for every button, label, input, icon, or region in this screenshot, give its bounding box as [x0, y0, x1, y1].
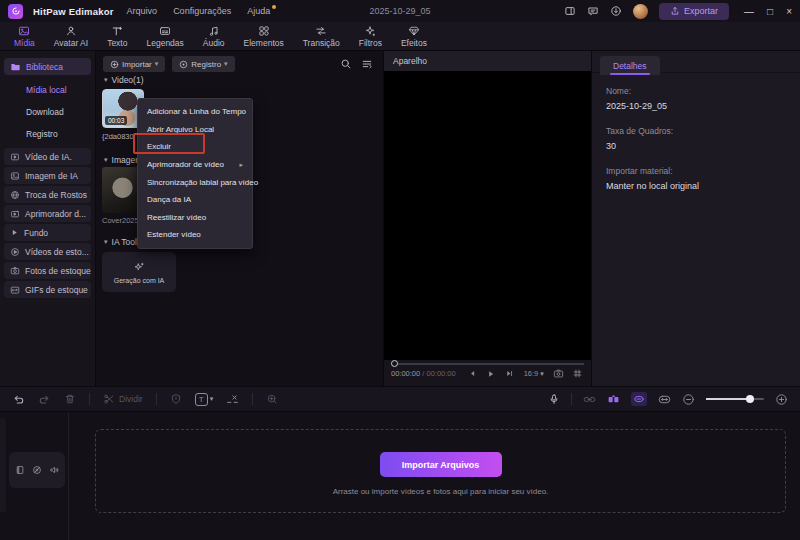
ai-video-icon [10, 152, 20, 162]
registro-button[interactable]: Registro ▾ [172, 56, 234, 72]
tab-filtros-label: Filtros [359, 38, 382, 48]
tab-avatar-ai[interactable]: Avatar AI [46, 24, 96, 49]
tab-midia[interactable]: Mídia [6, 24, 43, 49]
tab-texto[interactable]: Texto [99, 24, 135, 49]
sidebar-item-fotos-estoque[interactable]: Fotos de estoque [4, 262, 91, 279]
plus-circle-icon [110, 60, 119, 69]
sidebar-item-biblioteca[interactable]: Biblioteca [4, 58, 91, 75]
timeline-zoom-slider[interactable] [706, 398, 764, 400]
search-icon[interactable] [340, 58, 352, 70]
sort-list-icon[interactable] [361, 58, 373, 70]
section-ia-header[interactable]: ▾ IA Tool [104, 237, 137, 247]
minimize-button[interactable]: — [744, 6, 754, 17]
link-clips-icon[interactable] [583, 393, 596, 406]
sidebar-item-fundo[interactable]: Fundo [4, 224, 91, 241]
field-importar-label: Importar material: [606, 166, 786, 176]
layout-panels-icon[interactable] [564, 5, 576, 17]
video-enhancer-icon [10, 209, 20, 219]
tab-elementos[interactable]: Elementos [236, 24, 292, 49]
menu-item-reestilizar-video[interactable]: Reestilizar vídeo [138, 209, 252, 227]
prev-frame-button[interactable] [468, 369, 477, 378]
mask-shield-icon[interactable] [170, 393, 182, 405]
download-icon[interactable] [610, 5, 622, 17]
preview-panel: Aparelho 00:00:00 / 00:00:00 16:9 ▾ [383, 51, 591, 386]
feedback-icon[interactable] [587, 5, 599, 17]
export-button[interactable]: Exportar [659, 3, 729, 20]
stock-photo-icon [10, 266, 20, 276]
tab-detalhes[interactable]: Detalhes [600, 56, 660, 75]
audio-icon [208, 25, 220, 37]
tab-transicao[interactable]: Transição [295, 24, 348, 49]
main-tabbar: Mídia Avatar AI Texto Legendas Áudio Ele… [0, 22, 800, 51]
delete-button[interactable] [64, 393, 76, 405]
slider-knob[interactable] [746, 395, 754, 403]
media-dropzone[interactable]: Importar Arquivos Arraste ou importe víd… [95, 429, 786, 513]
zoom-out-icon[interactable] [682, 393, 695, 406]
sidebar-item-videos-estoque[interactable]: Vídeos de esto... [4, 243, 91, 260]
import-files-button[interactable]: Importar Arquivos [380, 452, 502, 477]
ai-generation-card[interactable]: Geração com IA [102, 252, 176, 292]
window-controls: — □ × [744, 6, 792, 17]
menu-item-label: Adicionar à Linha do Tempo [147, 107, 246, 116]
menu-ajuda[interactable]: Ajuda [244, 6, 273, 16]
sidebar-item-video-ia[interactable]: Vídeo de IA. [4, 148, 91, 165]
sidebar-item-registro[interactable]: Registro [4, 126, 91, 141]
text-tool-button[interactable]: T ▾ [195, 393, 214, 406]
sidebar-item-biblioteca-label: Biblioteca [26, 62, 63, 72]
magnetic-snap-icon[interactable] [607, 393, 620, 406]
menu-item-excluir[interactable]: Excluir [138, 138, 252, 156]
split-button-label: Dividir [119, 394, 143, 404]
zoom-to-selection-icon[interactable] [266, 393, 278, 405]
next-frame-button[interactable] [505, 369, 514, 378]
voiceover-mic-icon[interactable] [548, 393, 560, 405]
mute-track-icon[interactable] [49, 465, 59, 475]
menu-arquivo[interactable]: Arquivo [124, 6, 161, 16]
seek-handle[interactable] [391, 360, 398, 367]
titlebar-right: Exportar — □ × [564, 3, 792, 20]
menu-configuracoes[interactable]: Configurações [170, 6, 234, 16]
menu-item-label: Dança da IA [147, 195, 191, 204]
import-button[interactable]: Importar ▾ [103, 56, 165, 72]
play-button[interactable] [486, 369, 496, 379]
split-button[interactable]: Dividir [103, 393, 143, 405]
maximize-button[interactable]: □ [767, 6, 773, 17]
menu-item-label: Estender vídeo [147, 230, 201, 239]
zoom-in-icon[interactable] [775, 393, 788, 406]
undo-button[interactable] [12, 393, 25, 406]
snapshot-icon[interactable] [553, 368, 564, 379]
tab-audio[interactable]: Áudio [195, 24, 233, 49]
hide-track-icon[interactable] [32, 465, 42, 475]
fit-timeline-icon[interactable] [658, 393, 671, 406]
menu-item-sincronizacao-labial[interactable]: Sincronização labial para vídeo [138, 173, 252, 191]
close-button[interactable]: × [786, 6, 792, 17]
redo-button[interactable] [38, 393, 51, 406]
tab-filtros[interactable]: Filtros [351, 24, 390, 49]
seek-bar[interactable] [391, 363, 584, 365]
aspect-ratio-select[interactable]: 16:9 ▾ [524, 369, 544, 378]
sidebar-item-midia-local[interactable]: Mídia local [4, 82, 91, 97]
sidebar-item-troca-rostos[interactable]: Troca de Rostos [4, 186, 91, 203]
details-panel: Detalhes Nome: 2025-10-29_05 Taxa de Qua… [591, 51, 800, 386]
sidebar-item-gifs-estoque[interactable]: GIFs de estoque [4, 281, 91, 298]
section-video-header[interactable]: ▾ Video(1) [104, 75, 144, 85]
menu-item-adicionar-linha-tempo[interactable]: Adicionar à Linha do Tempo [138, 103, 252, 121]
track-film-icon[interactable] [15, 465, 25, 475]
menu-item-label: Aprimorador de vídeo [147, 160, 224, 169]
user-avatar[interactable] [633, 4, 648, 19]
tab-midia-label: Mídia [14, 38, 35, 48]
captions-icon [159, 25, 171, 37]
tab-legendas[interactable]: Legendas [138, 24, 191, 49]
tab-efeitos[interactable]: Efeitos [393, 24, 435, 49]
sidebar-item-imagem-ia[interactable]: Imagem de IA [4, 167, 91, 184]
grid-icon[interactable] [572, 368, 583, 379]
menu-item-danca-ia[interactable]: Dança da IA [138, 191, 252, 209]
menu-item-aprimorador-video[interactable]: Aprimorador de vídeo ▸ [138, 156, 252, 174]
auto-ripple-icon[interactable] [631, 392, 647, 406]
text-icon [111, 25, 123, 37]
remove-gap-icon[interactable] [226, 393, 239, 406]
sidebar-item-download[interactable]: Download [4, 104, 91, 119]
sidebar-item-aprimorador[interactable]: Aprimorador d... [4, 205, 91, 222]
menu-ajuda-label: Ajuda [247, 6, 270, 16]
menu-item-abrir-arquivo-local[interactable]: Abrir Arquivo Local [138, 121, 252, 139]
menu-item-estender-video[interactable]: Estender vídeo [138, 226, 252, 244]
